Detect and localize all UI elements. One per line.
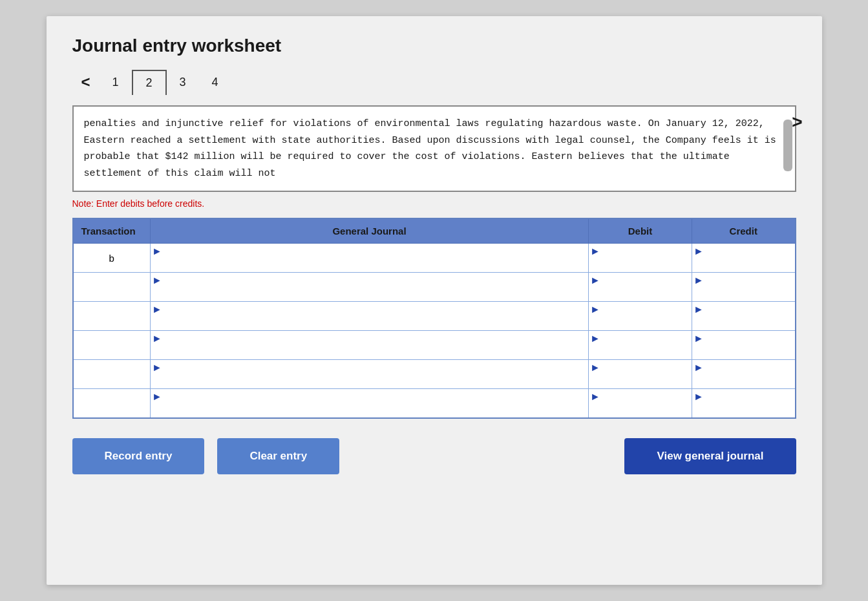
credit-cell-3[interactable]: ► <box>692 331 796 360</box>
tab-4[interactable]: 4 <box>199 70 231 94</box>
journal-arrow-2: ► <box>152 304 162 315</box>
journal-cell-5[interactable]: ► <box>151 389 589 419</box>
scrollbar[interactable] <box>783 120 792 171</box>
journal-input-3[interactable] <box>151 331 588 359</box>
table-row: ► ► ► <box>73 389 796 419</box>
journal-input-2[interactable] <box>151 302 588 330</box>
transaction-cell-1 <box>73 273 151 302</box>
debit-arrow-4: ► <box>590 363 600 373</box>
credit-arrow-2: ► <box>693 304 704 315</box>
table-row: b ► ► ► <box>73 244 796 273</box>
journal-cell-0[interactable]: ► <box>151 244 589 273</box>
journal-input-0[interactable] <box>151 244 588 272</box>
credit-arrow-3: ► <box>693 333 704 344</box>
journal-cell-2[interactable]: ► <box>151 302 589 331</box>
table-row: ► ► ► <box>73 360 796 389</box>
debit-input-0[interactable] <box>589 244 692 272</box>
tab-1[interactable]: 1 <box>100 70 132 94</box>
debit-arrow-3: ► <box>590 333 600 344</box>
transaction-cell-2 <box>73 302 151 331</box>
credit-cell-0[interactable]: ► <box>692 244 796 273</box>
transaction-cell-3 <box>73 331 151 360</box>
journal-cell-4[interactable]: ► <box>151 360 589 389</box>
note-text: Note: Enter debits before credits. <box>72 198 796 209</box>
journal-cell-3[interactable]: ► <box>151 331 589 360</box>
clear-entry-button[interactable]: Clear entry <box>217 438 339 474</box>
journal-arrow-1: ► <box>152 275 162 286</box>
transaction-cell-5 <box>73 389 151 419</box>
prev-arrow[interactable]: < <box>72 69 100 95</box>
credit-input-5[interactable] <box>692 389 795 417</box>
journal-arrow-5: ► <box>152 392 162 402</box>
debit-cell-2[interactable]: ► <box>589 302 692 331</box>
view-general-journal-button[interactable]: View general journal <box>624 438 796 474</box>
buttons-row: Record entry Clear entry View general jo… <box>72 438 796 474</box>
description-text: penalties and injunctive relief for viol… <box>84 118 776 179</box>
debit-arrow-5: ► <box>590 392 600 402</box>
debit-input-4[interactable] <box>589 360 692 388</box>
debit-input-2[interactable] <box>589 302 692 330</box>
tab-3[interactable]: 3 <box>167 70 199 94</box>
debit-arrow-1: ► <box>590 275 600 286</box>
page-title: Journal entry worksheet <box>72 36 796 56</box>
table-row: ► ► ► <box>73 273 796 302</box>
journal-arrow-0: ► <box>152 246 162 257</box>
debit-cell-3[interactable]: ► <box>589 331 692 360</box>
description-box: penalties and injunctive relief for viol… <box>72 105 796 192</box>
journal-input-1[interactable] <box>151 273 588 301</box>
transaction-cell-0: b <box>73 244 151 273</box>
credit-cell-5[interactable]: ► <box>692 389 796 419</box>
credit-cell-1[interactable]: ► <box>692 273 796 302</box>
debit-input-3[interactable] <box>589 331 692 359</box>
journal-input-5[interactable] <box>151 389 588 417</box>
journal-cell-1[interactable]: ► <box>151 273 589 302</box>
credit-input-4[interactable] <box>692 360 795 388</box>
debit-cell-4[interactable]: ► <box>589 360 692 389</box>
journal-arrow-4: ► <box>152 363 162 373</box>
credit-arrow-1: ► <box>693 275 704 286</box>
debit-arrow-0: ► <box>590 246 600 257</box>
header-transaction: Transaction <box>73 218 151 244</box>
debit-arrow-2: ► <box>590 304 600 315</box>
debit-cell-5[interactable]: ► <box>589 389 692 419</box>
credit-input-1[interactable] <box>692 273 795 301</box>
header-journal: General Journal <box>151 218 589 244</box>
table-row: ► ► ► <box>73 302 796 331</box>
record-entry-button[interactable]: Record entry <box>72 438 205 474</box>
transaction-cell-4 <box>73 360 151 389</box>
journal-arrow-3: ► <box>152 333 162 344</box>
credit-cell-4[interactable]: ► <box>692 360 796 389</box>
credit-arrow-5: ► <box>693 392 704 402</box>
debit-input-1[interactable] <box>589 273 692 301</box>
credit-input-0[interactable] <box>692 244 795 272</box>
header-credit: Credit <box>692 218 796 244</box>
credit-input-3[interactable] <box>692 331 795 359</box>
credit-cell-2[interactable]: ► <box>692 302 796 331</box>
next-arrow[interactable]: > <box>792 112 802 132</box>
debit-input-5[interactable] <box>589 389 692 417</box>
debit-cell-1[interactable]: ► <box>589 273 692 302</box>
header-debit: Debit <box>589 218 692 244</box>
credit-arrow-0: ► <box>693 246 704 257</box>
tabs-row: < 1 2 3 4 <box>72 69 796 95</box>
journal-table: Transaction General Journal Debit Credit… <box>72 218 796 419</box>
credit-input-2[interactable] <box>692 302 795 330</box>
journal-input-4[interactable] <box>151 360 588 388</box>
worksheet-container: Journal entry worksheet < 1 2 3 4 penalt… <box>47 16 822 585</box>
debit-cell-0[interactable]: ► <box>589 244 692 273</box>
credit-arrow-4: ► <box>693 363 704 373</box>
tab-2[interactable]: 2 <box>132 70 167 95</box>
table-row: ► ► ► <box>73 331 796 360</box>
